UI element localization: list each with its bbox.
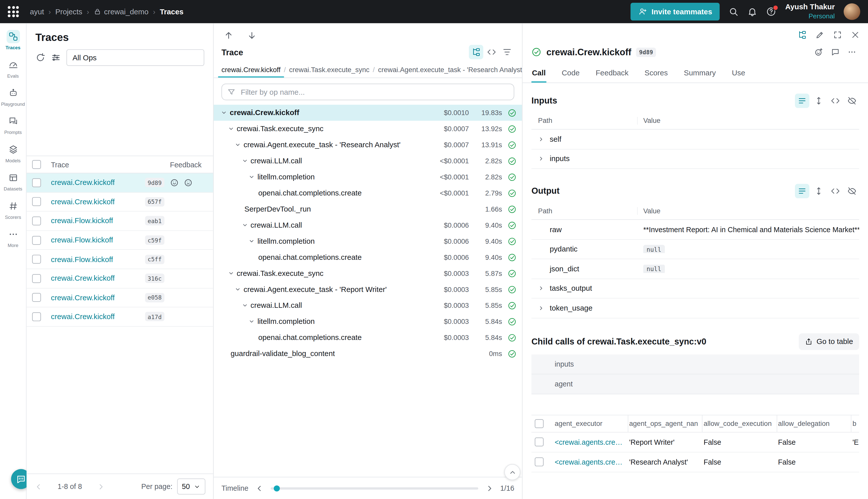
trace-table-row[interactable]: crewai.Crew.kickoff a17d	[27, 307, 213, 327]
call-tree-row[interactable]: litellm.completion $0.0006 9.40s	[214, 233, 522, 249]
trace-link[interactable]: crewai.Flow.kickoff	[51, 217, 113, 225]
row-checkbox[interactable]	[32, 178, 41, 187]
frowny-feedback-icon[interactable]	[184, 178, 193, 187]
sidebar-item-prompts[interactable]: Prompts	[0, 111, 26, 139]
kv-path-cell[interactable]: self	[531, 135, 638, 143]
more-options-button[interactable]	[845, 45, 859, 59]
call-tree-row[interactable]: litellm.completion <$0.0001 2.82s	[214, 169, 522, 185]
trace-table-row[interactable]: crewai.Crew.kickoff 316c	[27, 269, 213, 288]
tab-feedback[interactable]: Feedback	[595, 63, 629, 82]
hide-values-button[interactable]	[845, 184, 859, 198]
sidebar-item-scorers[interactable]: Scorers	[0, 196, 26, 224]
tree-chevron-icon[interactable]	[241, 158, 250, 164]
call-tree-row[interactable]: litellm.completion $0.0003 5.84s	[214, 314, 522, 330]
call-tree-row[interactable]: crewai.Task.execute_sync $0.0007 13.92s	[214, 121, 522, 137]
kv-path-cell[interactable]: raw	[531, 226, 638, 234]
go-to-table-button[interactable]: Go to table	[799, 333, 859, 350]
timeline-prev-icon[interactable]	[255, 484, 264, 492]
trace-link[interactable]: crewai.Crew.kickoff	[51, 179, 115, 187]
row-checkbox[interactable]	[535, 437, 544, 446]
call-tree-row[interactable]: crewai.LLM.call <$0.0001 2.82s	[214, 153, 522, 169]
call-tree-row[interactable]: crewai.LLM.call $0.0006 9.40s	[214, 217, 522, 233]
list-view-button[interactable]	[795, 184, 809, 198]
trace-table-row[interactable]: crewai.Flow.kickoff c5ff	[27, 250, 213, 269]
sidebar-item-evals[interactable]: Evals	[0, 55, 26, 83]
call-tree-row[interactable]: SerperDevTool._run 1.66s	[214, 201, 522, 217]
trace-link[interactable]: crewai.Crew.kickoff	[51, 313, 115, 321]
trace-table-row[interactable]: crewai.Crew.kickoff e058	[27, 288, 213, 307]
trace-link[interactable]: crewai.Crew.kickoff	[51, 198, 115, 206]
ops-filter-select[interactable]: All Ops	[66, 49, 204, 66]
call-tree-row[interactable]: openai.chat.completions.create <$0.0001 …	[214, 185, 522, 201]
prev-page-icon[interactable]	[34, 482, 43, 491]
edit-button[interactable]	[813, 28, 827, 42]
invite-teammates-button[interactable]: Invite teammates	[630, 3, 720, 21]
trace-link[interactable]: crewai.Crew.kickoff	[51, 275, 115, 283]
trace-table-row[interactable]: crewai.Crew.kickoff 9d89	[27, 173, 213, 193]
trace-table-row[interactable]: crewai.Crew.kickoff 657f	[27, 193, 213, 211]
next-call-button[interactable]	[245, 28, 259, 42]
child-table-row[interactable]: <crewai.agents.cre…'Report Writer'FalseF…	[531, 432, 859, 452]
trace-link[interactable]: crewai.Crew.kickoff	[51, 293, 115, 302]
trace-path-tab[interactable]: crewai.Task.execute_sync	[286, 62, 373, 78]
kv-path-cell[interactable]: pydantic	[531, 245, 638, 253]
row-checkbox[interactable]	[32, 217, 41, 226]
code-view-button[interactable]	[484, 45, 499, 59]
search-icon[interactable]	[729, 7, 739, 16]
call-tree-row[interactable]: crewai.Agent.execute_task - 'Research An…	[214, 137, 522, 153]
sidebar-item-datasets[interactable]: Datasets	[0, 168, 26, 196]
row-checkbox[interactable]	[32, 197, 41, 206]
notifications-bell-icon[interactable]	[748, 7, 758, 16]
tree-chevron-icon[interactable]	[249, 238, 258, 244]
user-menu[interactable]: Ayush Thakur Personal	[785, 3, 834, 20]
row-checkbox[interactable]	[32, 274, 41, 283]
call-tree-row[interactable]: openai.chat.completions.create $0.0006 9…	[214, 249, 522, 265]
comment-button[interactable]	[828, 45, 842, 59]
flame-view-button[interactable]	[500, 45, 514, 59]
expand-chevron-icon[interactable]	[538, 136, 547, 142]
kv-path-cell[interactable]: tasks_output	[531, 284, 638, 292]
next-page-icon[interactable]	[97, 482, 105, 491]
fullscreen-button[interactable]	[830, 28, 845, 42]
call-id-badge[interactable]: 9d89	[636, 47, 656, 57]
list-view-button[interactable]	[795, 94, 809, 108]
tree-chevron-icon[interactable]	[241, 302, 250, 308]
row-checkbox[interactable]	[32, 293, 41, 302]
call-tree-row[interactable]: crewai.Crew.kickoff $0.0010 19.83s	[214, 105, 522, 121]
child-table-row[interactable]: <crewai.agents.cre…'Research Analyst'Fal…	[531, 452, 859, 472]
call-tree-row[interactable]: openai.chat.completions.create $0.0003 5…	[214, 329, 522, 345]
collapse-panel-button[interactable]	[504, 464, 520, 480]
kv-path-cell[interactable]: json_dict	[531, 265, 638, 273]
tree-chevron-icon[interactable]	[228, 126, 237, 132]
trace-table-row[interactable]: crewai.Flow.kickoff c59f	[27, 231, 213, 250]
previous-call-button[interactable]	[222, 28, 236, 42]
expand-chevron-icon[interactable]	[538, 156, 547, 162]
trace-link[interactable]: crewai.Flow.kickoff	[51, 236, 113, 244]
tab-call[interactable]: Call	[531, 63, 546, 82]
tree-chevron-icon[interactable]	[235, 142, 244, 148]
tab-summary[interactable]: Summary	[683, 63, 717, 82]
row-checkbox[interactable]	[32, 255, 41, 264]
tree-chevron-icon[interactable]	[235, 287, 244, 292]
close-panel-button[interactable]	[848, 28, 863, 42]
tree-chevron-icon[interactable]	[249, 318, 258, 324]
tree-chevron-icon[interactable]	[241, 222, 250, 228]
timeline-slider-knob[interactable]	[274, 485, 280, 491]
tab-code[interactable]: Code	[561, 63, 580, 82]
tab-scores[interactable]: Scores	[644, 63, 668, 82]
call-tree-row[interactable]: crewai.Task.execute_sync $0.0003 5.87s	[214, 265, 522, 281]
tree-view-button[interactable]	[469, 45, 483, 59]
json-view-button[interactable]	[828, 94, 842, 108]
expand-rows-button[interactable]	[811, 184, 826, 198]
filter-settings-icon[interactable]	[51, 52, 61, 63]
tab-use[interactable]: Use	[731, 63, 746, 82]
trace-table-row[interactable]: crewai.Flow.kickoff eab1	[27, 211, 213, 231]
help-icon[interactable]	[766, 7, 776, 16]
call-tree-row[interactable]: crewai.Agent.execute_task - 'Report Writ…	[214, 281, 522, 297]
refresh-icon[interactable]	[35, 52, 46, 63]
per-page-select[interactable]: 50	[177, 478, 205, 495]
expand-chevron-icon[interactable]	[538, 285, 547, 291]
timeline-slider[interactable]	[271, 487, 478, 489]
timeline-next-icon[interactable]	[485, 484, 494, 492]
smiley-feedback-icon[interactable]	[170, 178, 179, 187]
